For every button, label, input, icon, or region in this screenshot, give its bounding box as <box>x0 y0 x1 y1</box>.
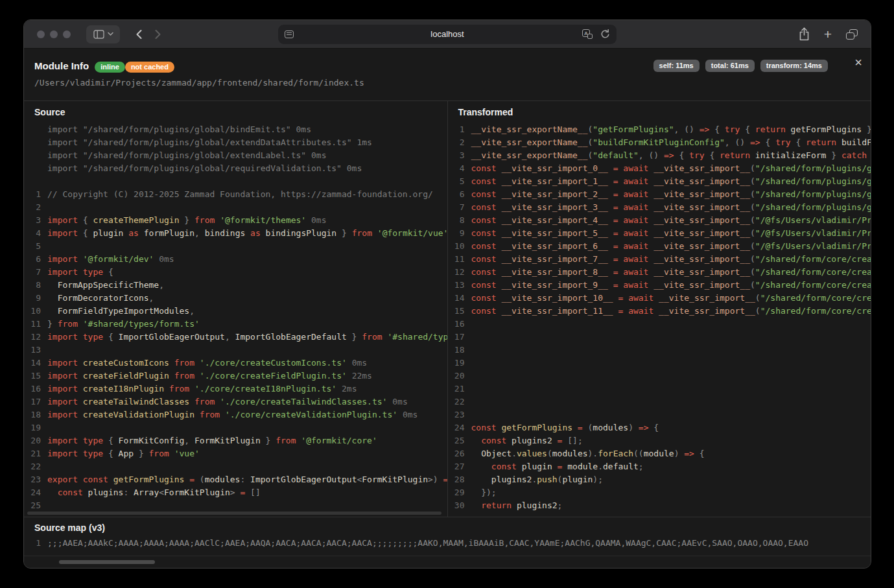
sourcemap-line-number: 1 <box>24 537 41 550</box>
traffic-lights <box>37 30 71 38</box>
metric-pill: transform: 14ms <box>760 60 828 72</box>
sourcemap-section: Source map (v3) 1 ;;;AAEA;AAAkC;AAAA;AAA… <box>24 517 871 568</box>
metric-pill: total: 61ms <box>705 60 755 72</box>
code-line: 23export const getFormPlugins = (modules… <box>24 473 447 486</box>
code-line: 25 const plugins2 = []; <box>448 434 871 447</box>
reload-button[interactable] <box>600 29 610 40</box>
code-line: import "/shared/form/plugins/global/exte… <box>24 149 447 162</box>
translate-icon[interactable]: A <box>582 29 593 39</box>
code-line: 3import { createThemePlugin } from '@for… <box>24 214 447 227</box>
module-inspector: Module Info inlinenot cached self: 11mst… <box>24 49 871 569</box>
code-line: 22 <box>24 460 447 473</box>
forward-button[interactable] <box>148 25 168 43</box>
code-line: 10const __vite_ssr_import_6__ = await __… <box>448 240 871 253</box>
status-badge: inline <box>95 62 125 73</box>
metric-pill: self: 11ms <box>653 60 700 72</box>
transformed-code: 1__vite_ssr_exportName__("getFormPlugins… <box>448 122 871 512</box>
code-line: 10 FormFieldTypeImportModules, <box>24 305 447 318</box>
back-button[interactable] <box>129 25 148 43</box>
close-button[interactable]: × <box>854 56 862 69</box>
code-line: 13const __vite_ssr_import_9__ = await __… <box>448 279 871 292</box>
code-line: 22 <box>448 395 871 408</box>
code-line: 11const __vite_ssr_import_7__ = await __… <box>448 253 871 266</box>
code-line: 11} from '#shared/types/form.ts' <box>24 318 447 331</box>
browser-toolbar: localhost A + <box>24 20 871 49</box>
window-minimize-button[interactable] <box>50 30 58 38</box>
code-line: 18 <box>448 344 871 357</box>
metrics: self: 11mstotal: 61mstransform: 14ms <box>653 60 828 72</box>
code-line: 12import type { ImportGlobEagerOutput, I… <box>24 331 447 344</box>
badges: inlinenot cached <box>95 60 174 72</box>
code-line: 23 <box>448 408 871 421</box>
source-pane: Source import "/shared/form/plugins/glob… <box>24 101 448 517</box>
code-line: 7import type { <box>24 266 447 279</box>
source-pane-title: Source <box>24 101 447 122</box>
code-line: 7const __vite_ssr_import_3__ = await __v… <box>448 201 871 214</box>
sidebar-icon <box>93 30 104 39</box>
source-code: import "/shared/form/plugins/global/bind… <box>24 122 447 512</box>
code-line: 28 plugins2.push(plugin); <box>448 473 871 486</box>
sourcemap-line: 1 ;;;AAEA;AAAkC;AAAA;AAAA;AAAA;AAClC;AAE… <box>24 537 871 550</box>
code-line: 14import createCustomIcons from './core/… <box>24 357 447 370</box>
code-line: 9const __vite_ssr_import_5__ = await __v… <box>448 227 871 240</box>
code-line: 20 <box>448 370 871 382</box>
chevron-down-icon <box>108 32 113 36</box>
code-line: 18import createValidationPlugin from './… <box>24 408 447 421</box>
code-line: 9 FormDecoratorIcons, <box>24 292 447 305</box>
sourcemap-title: Source map (v3) <box>24 517 871 537</box>
window-close-button[interactable] <box>37 30 45 38</box>
title-row: Module Info inlinenot cached self: 11mst… <box>34 60 860 72</box>
code-line: 3__vite_ssr_exportName__("default", () =… <box>448 149 871 162</box>
code-line: import "/shared/form/plugins/global/exte… <box>24 136 447 149</box>
code-line: 26 Object.values(modules).forEach((modul… <box>448 447 871 460</box>
sourcemap-scrollbar-track <box>24 556 871 568</box>
code-line: 21 <box>448 382 871 395</box>
code-line: 15const __vite_ssr_import_11__ = await _… <box>448 305 871 318</box>
code-line: 13 <box>24 344 447 357</box>
code-line: 16 <box>448 318 871 331</box>
code-line: 8const __vite_ssr_import_4__ = await __v… <box>448 214 871 227</box>
address-bar[interactable]: localhost A <box>278 25 617 44</box>
share-button[interactable] <box>799 27 810 41</box>
code-line: 1// Copyright (C) 2012-2025 Zammad Found… <box>24 188 447 201</box>
transformed-pane: Transformed 1__vite_ssr_exportName__("ge… <box>448 101 871 517</box>
sidebar-toggle-button[interactable] <box>86 25 120 43</box>
code-line: 4import { plugin as formPlugin, bindings… <box>24 227 447 240</box>
code-line: 6const __vite_ssr_import_2__ = await __v… <box>448 188 871 201</box>
module-file-path: /Users/vladimir/Projects/zammad/app/fron… <box>34 78 860 88</box>
new-tab-button[interactable]: + <box>824 27 832 41</box>
code-line: 29 }); <box>448 486 871 499</box>
code-line: 21import type { App } from 'vue' <box>24 447 447 460</box>
sourcemap-mappings: ;;;AAEA;AAAkC;AAAA;AAAA;AAAA;AAClC;AAEA;… <box>41 537 871 550</box>
code-line: 1__vite_ssr_exportName__("getFormPlugins… <box>448 123 871 136</box>
code-line: 8 FormAppSpecificTheme, <box>24 279 447 292</box>
code-panes: Source import "/shared/form/plugins/glob… <box>24 101 871 517</box>
code-line: 5const __vite_ssr_import_1__ = await __v… <box>448 175 871 188</box>
page-settings-icon[interactable] <box>285 30 294 38</box>
code-line: 19 <box>24 421 447 434</box>
status-badge: not cached <box>125 62 174 73</box>
code-line: import "/shared/form/plugins/global/bind… <box>24 123 447 136</box>
code-line: 25 <box>24 499 447 512</box>
code-line: 20import type { FormKitConfig, FormKitPl… <box>24 434 447 447</box>
transformed-pane-title: Transformed <box>448 101 871 122</box>
code-line: 6import '@formkit/dev' 0ms <box>24 253 447 266</box>
tab-overview-button[interactable] <box>846 29 858 40</box>
code-line: 2 <box>24 201 447 214</box>
code-line: 24 const plugins: Array<FormKitPlugin> =… <box>24 486 447 499</box>
code-line: 17 <box>448 331 871 344</box>
source-horizontal-scrollbar[interactable] <box>27 512 441 515</box>
code-line: 14const __vite_ssr_import_10__ = await _… <box>448 292 871 305</box>
code-line: 16import createI18nPlugin from './core/c… <box>24 382 447 395</box>
code-line <box>24 175 447 188</box>
url-text: localhost <box>278 29 617 39</box>
code-line: 4const __vite_ssr_import_0__ = await __v… <box>448 162 871 175</box>
sourcemap-scrollbar-thumb[interactable] <box>59 560 155 564</box>
code-line: 24const getFormPlugins = (modules) => { <box>448 421 871 434</box>
translate-box <box>587 34 593 39</box>
window-zoom-button[interactable] <box>63 30 71 38</box>
code-line: 30 return plugins2; <box>448 499 871 512</box>
page-title: Module Info <box>34 60 89 71</box>
tab-overview-front-square <box>846 32 854 40</box>
code-line: 15import createFieldPlugin from './core/… <box>24 370 447 382</box>
